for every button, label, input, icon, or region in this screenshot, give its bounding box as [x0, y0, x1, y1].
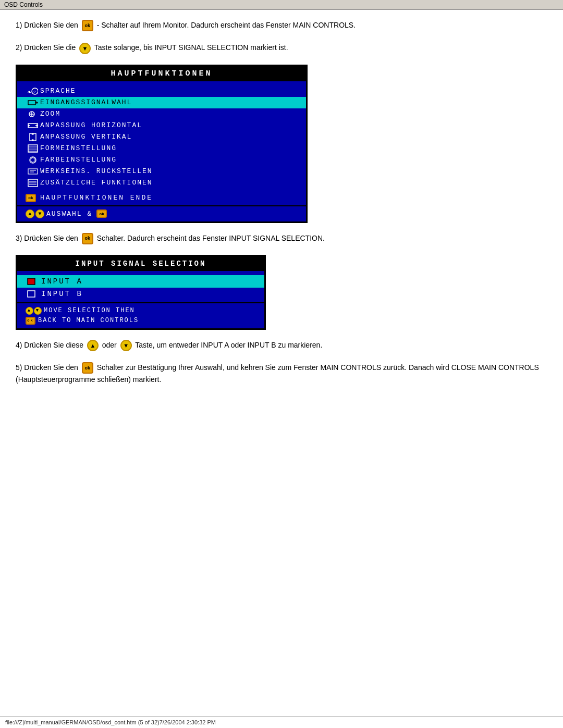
step-5-text-after: Schalter zur Bestätigung Ihrer Auswahl, … — [16, 363, 539, 384]
svg-rect-31 — [28, 278, 35, 285]
step-4-number: 4) — [16, 341, 22, 349]
footer-down-icon: ▼ — [35, 209, 44, 218]
hauptfunktionen-footer: ▲ ▼ AUSWAHL & ok — [17, 205, 306, 221]
osd-row-sprache: ❧ ? SPRACHE — [26, 85, 298, 97]
step-2: 2) Drücken Sie die ▼ Taste solange, bis … — [16, 42, 547, 54]
iss-ok-icon: ok — [26, 317, 35, 325]
top-bar: OSD Controls — [0, 0, 563, 10]
osd-label-sprache: SPRACHE — [40, 87, 76, 95]
svg-text:?: ? — [33, 90, 37, 94]
footer-up-icon: ▲ — [26, 209, 34, 218]
osd-label-farbeinstellung: FARBEINSTELLUNG — [40, 156, 117, 164]
osd-label-anpassung-h: ANPASSUNG HORIZONTAL — [40, 121, 142, 129]
iss-footer-text-2: BACK TO MAIN CONTROLS — [38, 317, 139, 324]
osd-label-zusaetzliche: ZUSÄTZLICHE FUNKTIONEN — [40, 179, 153, 187]
iss-icon-input-b — [26, 290, 38, 298]
ok-button-icon-5: ok — [82, 362, 93, 374]
iss-row-input-a: INPUT A — [17, 275, 264, 288]
step-3: 3) Drücken Sie den ok Schalter. Dadurch … — [16, 232, 547, 244]
ok-button-icon-3: ok — [82, 233, 93, 244]
bottom-bar: file:///Z|/multi_manual/GERMAN/OSD/osd_c… — [0, 716, 563, 728]
step-4-text-after: Taste, um entweder INPUT A oder INPUT B … — [135, 341, 322, 349]
footer-auswahl-label: AUSWAHL & — [46, 210, 92, 218]
footer-ok-icon: ok — [96, 209, 107, 218]
down-arrow-icon-4: ▼ — [120, 340, 132, 351]
iss-body: INPUT A INPUT B — [17, 271, 264, 302]
hauptfunktionen-ende-label: HAUPTFUNKTIONEN ENDE — [40, 194, 153, 202]
hauptfunktionen-body: ❧ ? SPRACHE EINGANGSSIGNALWAHL — [17, 81, 306, 191]
step-4-text-middle: oder — [102, 341, 117, 349]
osd-label-zoom: ZOOM — [40, 110, 60, 118]
svg-rect-32 — [28, 291, 35, 297]
hauptfunktionen-screen: HAUPTFUNKTIONEN ❧ ? SPRACHE — [16, 65, 308, 223]
iss-footer: ▲ ▼ MOVE SELECTION THEN ok BACK TO MAIN … — [17, 302, 264, 328]
icon-eingangssignalwahl — [26, 98, 40, 107]
iss-label-input-b: INPUT B — [41, 290, 83, 298]
icon-sprache: ❧ ? — [26, 87, 40, 95]
iss-footer-row-1: ▲ ▼ MOVE SELECTION THEN — [26, 306, 256, 316]
down-arrow-icon-1: ▼ — [79, 43, 91, 54]
iss-nav-icons: ▲ ▼ — [26, 307, 42, 315]
osd-label-eingangssignalwahl: EINGANGSSIGNALWAHL — [40, 98, 132, 106]
step-3-text-after: Schalter. Dadurch erscheint das Fenster … — [97, 234, 325, 242]
step-2-number: 2) — [16, 43, 22, 52]
svg-rect-3 — [28, 101, 35, 105]
step-5-number: 5) — [16, 363, 22, 372]
step-4-text-before: Drücken Sie diese — [24, 341, 83, 349]
osd-row-anpassung-v: ANPASSUNG VERTIKAL — [26, 131, 298, 143]
icon-anpassung-v — [26, 133, 40, 141]
step-1-text-after: - Schalter auf Ihrem Monitor. Dadurch er… — [97, 21, 356, 29]
ok-button-icon-1: ok — [82, 20, 93, 31]
footer-nav-row: ▲ ▼ AUSWAHL & ok — [26, 209, 298, 218]
step-2-text-after: Taste solange, bis INPUT SIGNAL SELECTIO… — [94, 43, 288, 52]
osd-label-werkseinst: WERKSEINS. RÜCKSTELLEN — [40, 167, 153, 175]
step-3-number: 3) — [16, 234, 22, 242]
footer-nav-icons: ▲ ▼ — [26, 209, 44, 218]
icon-zusaetzliche — [26, 179, 40, 187]
osd-label-formeinstellung: FORMEINSTELLUNG — [40, 144, 117, 152]
icon-anpassung-h — [26, 121, 40, 130]
svg-rect-24 — [28, 169, 38, 174]
hauptfunktionen-title: HAUPTFUNKTIONEN — [17, 66, 306, 81]
osd-row-werkseinst: WERKSEINS. RÜCKSTELLEN — [26, 166, 298, 177]
icon-zoom — [26, 110, 40, 118]
iss-footer-text-1: MOVE SELECTION THEN — [44, 307, 135, 314]
osd-row-zoom: ZOOM — [26, 108, 298, 120]
osd-row-formeinstellung: FORMEINSTELLUNG — [26, 143, 298, 154]
step-1: 1) Drücken Sie den ok - Schalter auf Ihr… — [16, 19, 547, 31]
up-arrow-icon-4: ▲ — [87, 340, 99, 351]
step-4: 4) Drücken Sie diese ▲ oder ▼ Taste, um … — [16, 339, 547, 351]
osd-label-anpassung-v: ANPASSUNG VERTIKAL — [40, 133, 132, 141]
icon-formeinstellung — [26, 144, 40, 153]
osd-row-eingangssignalwahl: EINGANGSSIGNALWAHL — [17, 97, 306, 108]
icon-farbeinstellung — [26, 156, 40, 164]
hauptfunktionen-ok-row: ok HAUPTFUNKTIONEN ENDE — [17, 191, 306, 205]
osd-row-zusaetzliche: ZUSÄTZLICHE FUNKTIONEN — [26, 177, 298, 189]
iss-row-input-b: INPUT B — [26, 288, 256, 300]
bottom-bar-text: file:///Z|/multi_manual/GERMAN/OSD/osd_c… — [5, 719, 216, 725]
iss-up-icon: ▲ — [26, 307, 33, 315]
iss-label-input-a: INPUT A — [41, 277, 83, 286]
iss-down-icon: ▼ — [34, 307, 42, 315]
step-5-text-before: Drücken Sie den — [24, 363, 78, 372]
step-1-number: 1) — [16, 21, 22, 29]
main-content: 1) Drücken Sie den ok - Schalter auf Ihr… — [0, 10, 563, 417]
top-bar-label: OSD Controls — [4, 1, 43, 8]
step-5: 5) Drücken Sie den ok Schalter zur Bestä… — [16, 362, 547, 386]
step-3-text-before: Drücken Sie den — [24, 234, 78, 242]
icon-werkseinst — [26, 167, 40, 176]
input-signal-screen: INPUT SIGNAL SELECTION INPUT A IN — [16, 255, 266, 330]
osd-row-anpassung-h: ANPASSUNG HORIZONTAL — [26, 120, 298, 131]
ok-icon-hauptfunktionen: ok — [26, 194, 36, 202]
iss-icon-input-a — [26, 277, 38, 286]
step-2-text-before: Drücken Sie die — [24, 43, 76, 52]
iss-footer-row-2: ok BACK TO MAIN CONTROLS — [26, 316, 256, 326]
step-1-text-before: Drücken Sie den — [24, 21, 78, 29]
iss-title: INPUT SIGNAL SELECTION — [17, 256, 264, 271]
osd-row-farbeinstellung: FARBEINSTELLUNG — [26, 154, 298, 166]
svg-marker-5 — [36, 101, 38, 104]
